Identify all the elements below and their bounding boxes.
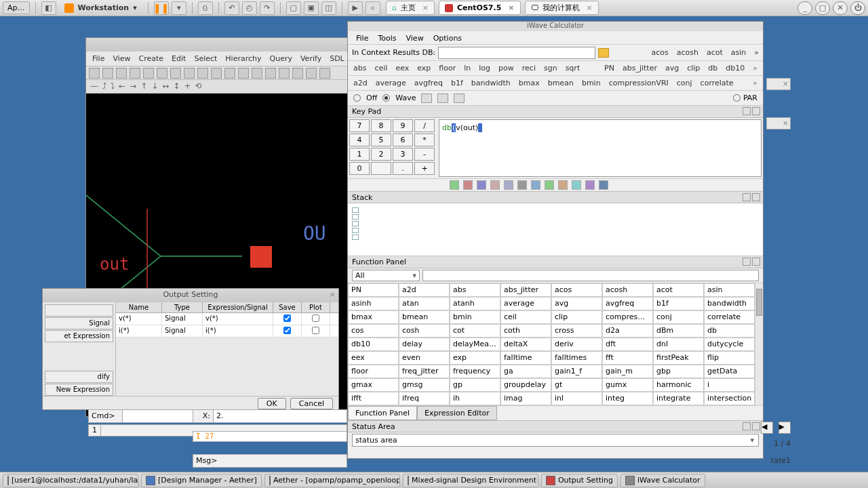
- function-cell[interactable]: acosh: [602, 283, 653, 297]
- tab-mycomputer[interactable]: 🖵我的计算机×: [525, 1, 599, 15]
- key-mul[interactable]: *: [414, 134, 435, 146]
- fn-button[interactable]: clip: [687, 64, 700, 73]
- fn-button[interactable]: log: [479, 64, 490, 73]
- ok-button[interactable]: OK: [258, 398, 286, 409]
- pause-icon[interactable]: ❚❚: [154, 1, 169, 15]
- toolbar-icon[interactable]: [197, 68, 208, 79]
- more-icon[interactable]: »: [754, 48, 759, 57]
- function-search[interactable]: [422, 270, 759, 281]
- function-cell[interactable]: bandwidth: [704, 297, 755, 310]
- fn-button[interactable]: a2d: [353, 79, 368, 87]
- fn-button[interactable]: avg: [665, 64, 679, 73]
- par-radio[interactable]: [733, 94, 741, 102]
- panel-icon[interactable]: [743, 193, 751, 201]
- tool-icon[interactable]: ↕: [173, 81, 180, 92]
- menu-verify[interactable]: Verify: [297, 53, 325, 64]
- function-cell[interactable]: i: [704, 378, 755, 392]
- status-combo[interactable]: status area: [352, 434, 759, 447]
- fn-button[interactable]: bandwidth: [471, 79, 511, 87]
- fn-button[interactable]: eex: [395, 64, 409, 73]
- key-1[interactable]: 1: [349, 148, 370, 161]
- tool-icon[interactable]: —: [90, 81, 98, 92]
- fn-asin[interactable]: asin: [731, 48, 747, 57]
- function-cell[interactable]: groupdelay: [500, 378, 551, 392]
- function-cell[interactable]: ga: [500, 365, 551, 378]
- tool-icon[interactable]: ⟐: [366, 1, 380, 15]
- function-cell[interactable]: dutycycle: [704, 338, 755, 351]
- panel-tab[interactable]: ×: [766, 117, 791, 129]
- toolbar-icon[interactable]: [319, 68, 330, 79]
- function-cell[interactable]: gain_m: [602, 365, 653, 378]
- key-div[interactable]: /: [414, 119, 435, 132]
- function-cell[interactable]: delay: [399, 338, 450, 351]
- function-cell[interactable]: cross: [551, 324, 602, 338]
- function-cell[interactable]: gmsg: [399, 378, 450, 392]
- fn-button[interactable]: average: [376, 79, 406, 87]
- toolbar-icon[interactable]: [306, 68, 317, 79]
- menu-edit[interactable]: Edit: [168, 53, 189, 64]
- panel-icon[interactable]: [743, 258, 751, 266]
- toolbar-icon[interactable]: [265, 68, 276, 79]
- function-cell[interactable]: gumx: [602, 378, 653, 392]
- function-cell[interactable]: deriv: [551, 338, 602, 351]
- function-cell[interactable]: b1f: [653, 297, 704, 310]
- tab-expression-editor[interactable]: Expression Editor: [417, 406, 497, 420]
- taskbar-item[interactable]: Output Setting: [541, 474, 618, 487]
- menu-select[interactable]: Select: [191, 53, 220, 64]
- taskbar-item[interactable]: [Design Manager - Aether]: [141, 474, 262, 487]
- more-icon[interactable]: »: [753, 64, 757, 73]
- tab-function-panel[interactable]: Function Panel: [348, 406, 417, 420]
- toolbar-icon[interactable]: [184, 68, 195, 79]
- function-cell[interactable]: asinh: [348, 297, 399, 310]
- key-add[interactable]: +: [414, 162, 435, 175]
- expr-tool-icon[interactable]: [531, 180, 540, 190]
- taskbar-item[interactable]: iWave Calculator: [620, 474, 705, 487]
- toolbar-icon[interactable]: [157, 68, 167, 79]
- scrollbar-thumb[interactable]: [756, 289, 762, 316]
- function-cell[interactable]: acos: [551, 283, 602, 297]
- menu-file[interactable]: File: [89, 53, 108, 64]
- fn-button[interactable]: floor: [439, 64, 456, 73]
- toolbar-icon[interactable]: [224, 68, 235, 79]
- function-cell[interactable]: ih: [450, 392, 500, 405]
- new-expression-button[interactable]: New Expression: [45, 384, 113, 396]
- key-0[interactable]: 0: [349, 162, 370, 175]
- nav-next[interactable]: ▶: [778, 422, 791, 434]
- fn-button[interactable]: abs_jitter: [623, 64, 657, 73]
- function-cell[interactable]: freq_jitter: [399, 365, 450, 378]
- wave-radio[interactable]: [382, 94, 390, 102]
- layout3-icon[interactable]: ◫: [321, 1, 336, 15]
- function-cell[interactable]: imag: [500, 392, 551, 405]
- workstation-dropdown[interactable]: Workstation ▾: [59, 2, 142, 14]
- results-db-combo[interactable]: [438, 47, 595, 59]
- minimize-button[interactable]: _: [797, 1, 812, 15]
- layout1-icon[interactable]: ▢: [286, 1, 301, 15]
- close-icon[interactable]: ×: [422, 3, 429, 12]
- scrollbar[interactable]: [755, 283, 763, 405]
- fn-button[interactable]: ln: [464, 64, 471, 73]
- function-cell[interactable]: eex: [348, 351, 399, 365]
- toolbar-icon[interactable]: [116, 68, 127, 79]
- expr-tool-icon[interactable]: [558, 180, 568, 190]
- function-cell[interactable]: exp: [450, 351, 500, 365]
- menu-sdl[interactable]: SDL: [326, 53, 348, 64]
- fn-button[interactable]: exp: [417, 64, 431, 73]
- menu-file[interactable]: File: [352, 33, 372, 43]
- fn-acosh[interactable]: acosh: [677, 48, 698, 57]
- function-cell[interactable]: harmonic: [653, 378, 704, 392]
- function-cell[interactable]: bmax: [348, 310, 399, 324]
- snapshot-icon[interactable]: ⎙: [198, 1, 213, 15]
- function-cell[interactable]: a2d: [399, 283, 450, 297]
- save-checkbox[interactable]: [283, 314, 291, 322]
- cancel-button[interactable]: Cancel: [290, 398, 333, 409]
- stack-entry-icon[interactable]: [352, 207, 359, 213]
- stack-entry-icon[interactable]: [352, 214, 359, 220]
- function-cell[interactable]: intersection: [704, 392, 755, 405]
- category-combo[interactable]: All: [352, 270, 420, 281]
- fn-acot[interactable]: acot: [707, 48, 723, 57]
- panel-icon[interactable]: [752, 193, 760, 201]
- fn-button[interactable]: bmin: [582, 79, 601, 87]
- function-cell[interactable]: floor: [348, 365, 399, 378]
- tool-icon[interactable]: ⤴: [102, 81, 106, 92]
- power-button[interactable]: ⏻: [850, 1, 865, 15]
